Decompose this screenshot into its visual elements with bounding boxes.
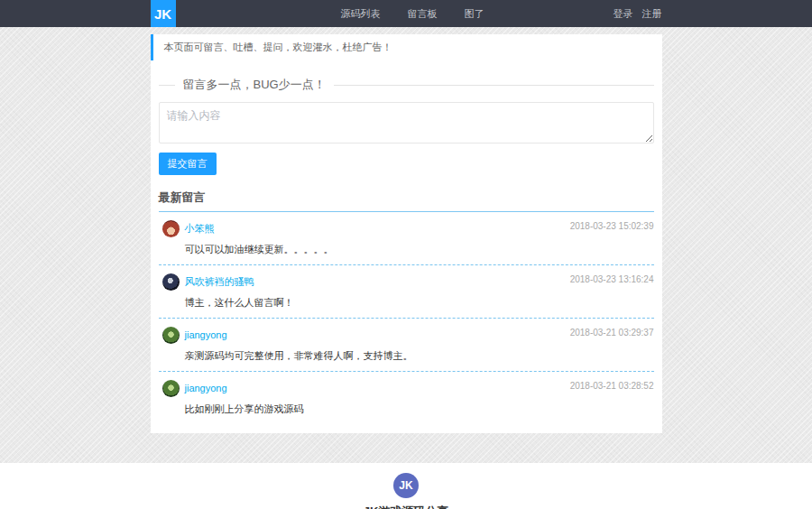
comment-text: 亲测源码均可完整使用，非常难得人啊，支持博主。 [185, 349, 654, 363]
comment-text: 可以可以加油继续更新。。。。。 [185, 243, 654, 256]
user-avatar [162, 273, 180, 291]
site-logo[interactable]: JK [151, 0, 176, 27]
user-avatar [162, 220, 180, 237]
register-link[interactable]: 注册 [642, 7, 662, 21]
submit-message-button[interactable]: 提交留言 [159, 153, 217, 175]
menu-item-source-list[interactable]: 源码列表 [341, 7, 381, 21]
comment-row: jiangyong 比如刚刚上分享的游戏源码 2018-03-21 03:28:… [159, 372, 654, 424]
main-menu: 源码列表 留言板 图了 [341, 0, 484, 27]
comment-row: 小笨熊 可以可以加油继续更新。。。。。 2018-03-23 15:02:39 [159, 212, 654, 265]
comment-row: 风吹裤裆的骚鸭 博主，这什么人留言啊！ 2018-03-23 13:16:24 [159, 265, 654, 319]
user-avatar [162, 327, 180, 344]
comment-username[interactable]: jiangyong [185, 329, 227, 340]
comment-text: 比如刚刚上分享的游戏源码 [185, 403, 654, 416]
navbar-container: JK 源码列表 留言板 图了 登录 注册 [151, 0, 662, 27]
menu-item-message-board[interactable]: 留言板 [408, 7, 438, 21]
form-legend: 留言多一点，BUG少一点！ [159, 77, 654, 93]
comment-username[interactable]: jiangyong [185, 383, 227, 393]
comment-username[interactable]: 小笨熊 [185, 222, 215, 236]
comment-timestamp: 2018-03-21 03:28:52 [570, 381, 654, 391]
user-avatar [162, 380, 180, 397]
login-link[interactable]: 登录 [614, 7, 633, 21]
site-footer: JK JK游戏源码分享 完整手游源码分享：手机游戏的开发项目源码 互动交流群 [0, 463, 812, 509]
message-form: 留言多一点，BUG少一点！ 提交留言 [151, 77, 662, 175]
legend-line-left [159, 85, 175, 86]
menu-item-third[interactable]: 图了 [465, 7, 484, 21]
comment-timestamp: 2018-03-23 15:02:39 [570, 221, 654, 231]
comment-row: jiangyong 亲测源码均可完整使用，非常难得人啊，支持博主。 2018-0… [159, 319, 654, 372]
form-legend-text: 留言多一点，BUG少一点！ [183, 77, 326, 93]
legend-line-right [334, 85, 654, 86]
message-input[interactable] [159, 102, 654, 143]
comments-list: 小笨熊 可以可以加油继续更新。。。。。 2018-03-23 15:02:39 … [159, 212, 654, 424]
notice-banner: 本页面可留言、吐槽、提问，欢迎灌水，杜绝广告！ [151, 34, 662, 60]
footer-logo-badge: JK [393, 473, 419, 498]
auth-links: 登录 注册 [614, 0, 662, 27]
top-navbar: JK 源码列表 留言板 图了 登录 注册 [0, 0, 812, 27]
message-board-card: 本页面可留言、吐槽、提问，欢迎灌水，杜绝广告！ 留言多一点，BUG少一点！ 提交… [151, 34, 662, 433]
comment-text: 博主，这什么人留言啊！ [185, 296, 654, 310]
footer-site-title: JK游戏源码分享 [0, 504, 812, 509]
comment-timestamp: 2018-03-21 03:29:37 [570, 328, 654, 338]
latest-comments-title: 最新留言 [159, 190, 654, 212]
comment-username[interactable]: 风吹裤裆的骚鸭 [185, 275, 254, 289]
comment-timestamp: 2018-03-23 13:16:24 [570, 274, 654, 284]
